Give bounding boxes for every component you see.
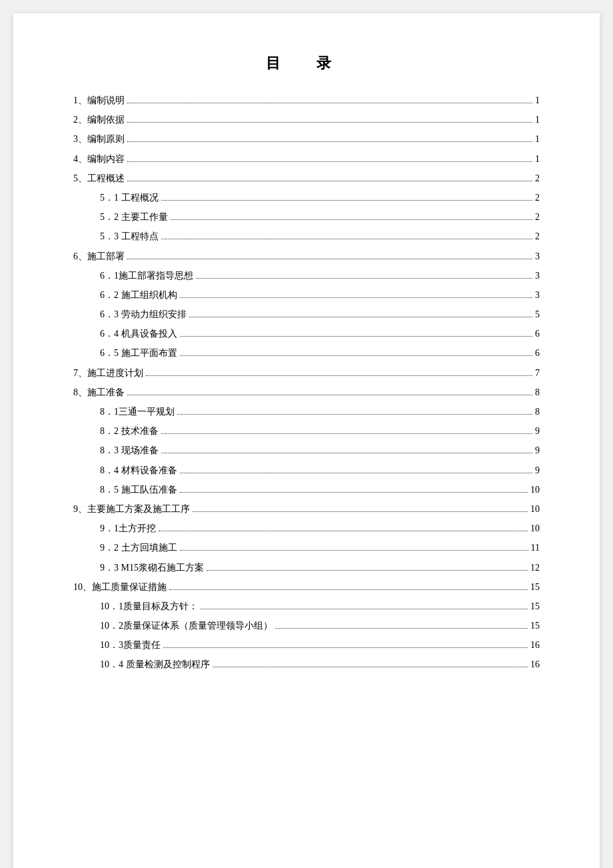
toc-dots [180,336,533,337]
toc-label: 8．2 技术准备 [100,423,159,439]
toc-dots [127,141,532,142]
toc-item: 10．1质量目标及方针：15 [73,598,540,615]
toc-label: 5．3 工程特点 [100,228,159,245]
toc-page-number: 1 [535,92,540,109]
toc-label: 8、施工准备 [73,384,125,401]
toc-page-number: 6 [535,325,540,342]
toc-page-number: 15 [530,598,540,615]
toc-label: 6．2 施工组织机构 [100,287,177,303]
toc-page-number: 16 [530,656,540,673]
toc-label: 8．1三通一平规划 [100,403,175,420]
toc-label: 9．2 土方回填施工 [100,539,177,556]
toc-label: 8．4 材料设备准备 [100,462,177,479]
toc-dots [180,473,533,473]
toc-page-number: 7 [535,365,540,381]
page-title: 目 录 [73,53,540,73]
toc-item: 8．5 施工队伍准备10 [73,481,540,498]
toc-page-number: 6 [535,345,540,361]
toc-item: 10．4 质量检测及控制程序16 [73,656,540,673]
toc-label: 4、编制内容 [73,151,125,167]
toc-page-number: 3 [535,248,540,265]
toc-item: 6．2 施工组织机构3 [73,287,540,303]
toc-dots [177,414,532,415]
toc-item: 9．3 M15浆砌石施工方案12 [73,559,540,576]
toc-item: 6．1施工部署指导思想3 [73,267,540,284]
toc-page-number: 10 [530,520,540,537]
toc-page-number: 2 [535,170,540,187]
toc-label: 8．3 现场准备 [100,442,159,459]
toc-item: 5、工程概述2 [73,170,540,187]
toc-dots [127,395,532,395]
toc-page-number: 16 [530,637,540,653]
toc-dots [161,453,533,453]
toc-page-number: 15 [530,617,540,634]
toc-label: 5．2 主要工作量 [100,209,168,225]
toc-dots [189,317,533,317]
toc-item: 8．2 技术准备9 [73,423,540,439]
toc-page-number: 2 [535,189,540,206]
toc-label: 10、施工质量保证措施 [73,579,167,595]
toc-item: 8．4 材料设备准备9 [73,462,540,479]
toc-label: 10．1质量目标及方针： [100,598,198,615]
toc-label: 6．5 施工平面布置 [100,345,177,361]
toc-label: 5、工程概述 [73,170,125,187]
document-page: 目 录 1、编制说明12、编制依据13、编制原则14、编制内容15、工程概述25… [13,13,600,868]
toc-item: 9．2 土方回填施工11 [73,539,540,556]
toc-label: 6、施工部署 [73,248,125,265]
toc-item: 5．1 工程概况2 [73,189,540,206]
toc-label: 8．5 施工队伍准备 [100,481,177,498]
toc-dots [127,259,532,259]
toc-label: 6．4 机具设备投入 [100,325,177,342]
toc-dots [180,550,528,551]
toc-page-number: 10 [530,481,540,498]
toc-item: 9．1土方开挖10 [73,520,540,537]
toc-dots [161,200,533,201]
toc-label: 6．1施工部署指导思想 [100,267,193,284]
toc-label: 2、编制依据 [73,111,125,128]
toc-label: 9、主要施工方案及施工工序 [73,501,190,517]
toc-dots [163,647,528,648]
toc-dots [161,433,533,434]
toc-label: 7、施工进度计划 [73,365,143,381]
toc-item: 6．3 劳动力组织安排5 [73,306,540,323]
toc-page-number: 8 [535,384,540,401]
toc-label: 1、编制说明 [73,92,125,109]
toc-dots [146,375,532,376]
toc-item: 8．3 现场准备9 [73,442,540,459]
toc-page-number: 3 [535,267,540,284]
toc-page-number: 11 [531,539,540,556]
toc-dots [207,570,528,571]
toc-label: 3、编制原则 [73,131,125,147]
toc-label: 5．1 工程概况 [100,189,159,206]
toc-dots [180,355,533,356]
toc-dots [159,531,528,531]
toc-label: 9．1土方开挖 [100,520,156,537]
toc-dots [169,589,528,590]
toc-item: 7、施工进度计划7 [73,365,540,381]
toc-item: 6．5 施工平面布置6 [73,345,540,361]
toc-dots [127,122,532,123]
toc-page-number: 9 [535,442,540,459]
toc-dots [127,103,532,103]
toc-dots [180,297,533,298]
toc-dots [180,492,528,493]
toc-dots [193,511,528,512]
toc-container: 1、编制说明12、编制依据13、编制原则14、编制内容15、工程概述25．1 工… [73,92,540,673]
toc-page-number: 9 [535,462,540,479]
toc-page-number: 1 [535,111,540,128]
toc-label: 10．4 质量检测及控制程序 [100,656,210,673]
toc-item: 6．4 机具设备投入6 [73,325,540,342]
toc-page-number: 10 [530,501,540,517]
toc-page-number: 2 [535,228,540,245]
toc-dots [127,181,532,181]
toc-page-number: 8 [535,403,540,420]
toc-item: 4、编制内容1 [73,151,540,167]
toc-page-number: 2 [535,209,540,225]
toc-item: 2、编制依据1 [73,111,540,128]
toc-label: 10．3质量责任 [100,637,161,653]
toc-item: 3、编制原则1 [73,131,540,147]
toc-item: 6、施工部署3 [73,248,540,265]
toc-item: 10、施工质量保证措施15 [73,579,540,595]
toc-dots [201,609,528,609]
toc-page-number: 5 [535,306,540,323]
